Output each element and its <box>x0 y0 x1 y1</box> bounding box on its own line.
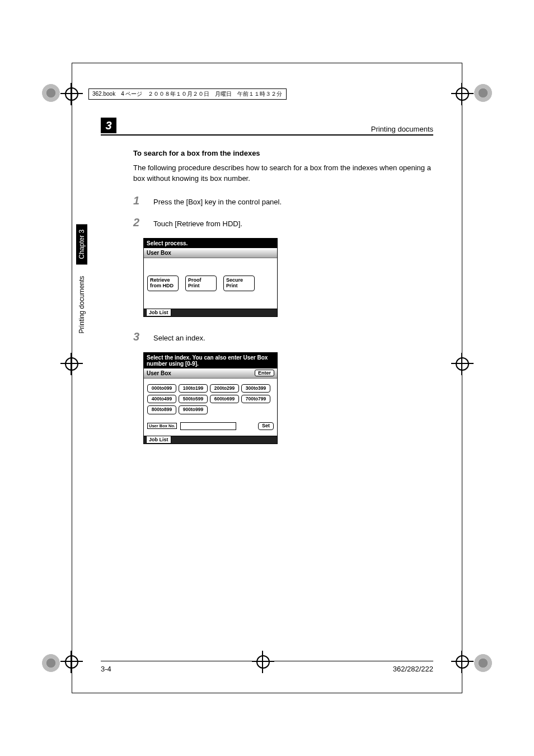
set-button[interactable]: Set <box>258 422 274 430</box>
secure-print-button[interactable]: Secure Print <box>223 276 255 291</box>
retrieve-from-hdd-button[interactable]: Retrieve from HDD <box>147 276 179 291</box>
proof-print-button[interactable]: Proof Print <box>185 276 217 291</box>
crop-line <box>72 63 462 63</box>
file-info-label: 362.book 4 ページ ２００８年１０月２０日 月曜日 午前１１時３２分 <box>88 88 287 100</box>
user-box-no-label: User Box No. <box>147 423 177 430</box>
user-box-no-field[interactable] <box>180 422 236 430</box>
page-title: Printing documents <box>371 125 433 133</box>
crop-line <box>72 693 462 693</box>
screen-tab: User Box <box>144 248 277 258</box>
step-1: 1 Press the [Box] key in the control pan… <box>133 194 433 207</box>
step-number: 3 <box>133 330 141 343</box>
registration-mark-icon <box>42 654 60 672</box>
index-button[interactable]: 500to599 <box>179 395 208 403</box>
crosshair-icon <box>451 83 474 105</box>
screen-select-process: Select process. User Box Retrieve from H… <box>143 238 278 317</box>
section-heading: To search for a box from the indexes <box>133 149 433 157</box>
index-button[interactable]: 900to999 <box>179 405 208 414</box>
screen-footer: Job List <box>144 309 277 316</box>
index-button[interactable]: 600to699 <box>210 395 239 403</box>
intro-paragraph: The following procedure describes how to… <box>133 163 433 184</box>
enter-button[interactable]: Enter <box>255 370 274 376</box>
screen-tab-label: User Box <box>147 370 171 376</box>
index-button[interactable]: 800to899 <box>147 405 176 414</box>
step-2: 2 Touch [Retrieve from HDD]. <box>133 216 433 229</box>
page-header: 3 Printing documents <box>101 118 433 136</box>
index-button[interactable]: 700to799 <box>241 395 270 403</box>
page-footer: 3-4 362/282/222 <box>101 661 433 673</box>
page-number: 3-4 <box>101 665 111 673</box>
step-3: 3 Select an index. <box>133 330 433 343</box>
job-list-tab[interactable]: Job List <box>146 309 171 316</box>
index-button[interactable]: 200to299 <box>210 384 239 393</box>
job-list-tab[interactable]: Job List <box>146 436 171 443</box>
registration-mark-icon <box>42 84 60 102</box>
step-text: Select an index. <box>153 334 205 342</box>
step-text: Touch [Retrieve from HDD]. <box>153 220 242 228</box>
step-number: 2 <box>133 216 141 229</box>
screen-select-index: Select the index. You can also enter Use… <box>143 352 278 444</box>
registration-mark-icon <box>474 84 492 102</box>
page-body: 3 Printing documents To search for a box… <box>72 118 462 678</box>
step-text: Press the [Box] key in the control panel… <box>153 198 282 206</box>
index-button[interactable]: 400to499 <box>147 395 176 403</box>
screen-body: 000to099 100to199 200to299 300to399 400t… <box>144 379 277 436</box>
registration-mark-icon <box>474 654 492 672</box>
screen-title: Select the index. You can also enter Use… <box>144 353 277 368</box>
index-button[interactable]: 000to099 <box>147 384 176 393</box>
screen-tab: User Box Enter <box>144 368 277 379</box>
screen-footer: Job List <box>144 436 277 444</box>
step-number: 1 <box>133 194 141 207</box>
content-area: To search for a box from the indexes The… <box>133 149 433 444</box>
screen-body: Retrieve from HDD Proof Print Secure Pri… <box>144 258 277 309</box>
index-button[interactable]: 300to399 <box>241 384 270 393</box>
chapter-badge: 3 <box>101 118 116 133</box>
index-button[interactable]: 100to199 <box>179 384 208 393</box>
screen-title: Select process. <box>144 239 277 248</box>
model-number: 362/282/222 <box>393 665 433 673</box>
